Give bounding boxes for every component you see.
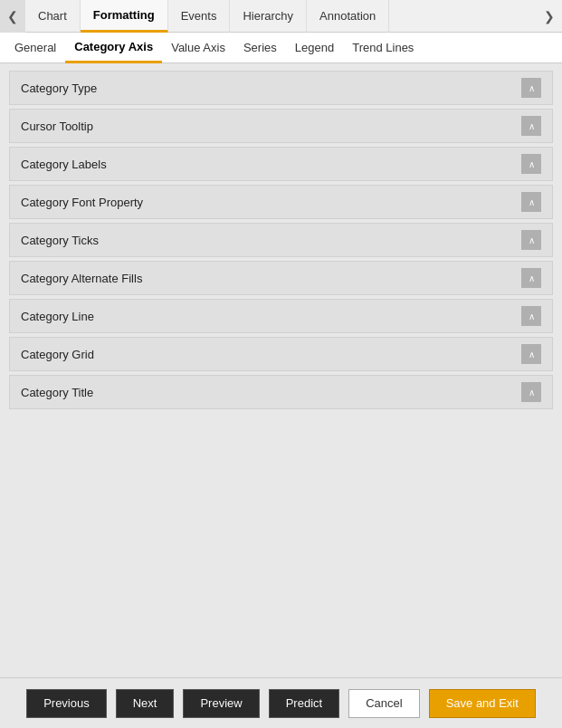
section-toggle-category-type[interactable]: ∧ [521, 78, 541, 98]
section-cursor-tooltip[interactable]: Cursor Tooltip∧ [9, 109, 553, 143]
section-label-category-line: Category Line [21, 310, 94, 323]
preview-button[interactable]: Preview [183, 689, 259, 718]
sub-tabs-container: GeneralCategory AxisValue AxisSeriesLege… [5, 33, 423, 63]
top-tab-chart[interactable]: Chart [25, 0, 81, 33]
section-label-category-font-property: Category Font Property [21, 196, 143, 209]
sub-tab-trend-lines[interactable]: Trend Lines [343, 33, 423, 63]
section-category-font-property[interactable]: Category Font Property∧ [9, 185, 553, 219]
save-and-exit-button[interactable]: Save and Exit [429, 689, 536, 718]
cancel-button[interactable]: Cancel [348, 689, 419, 718]
section-category-title[interactable]: Category Title∧ [9, 375, 553, 409]
sub-tab-category-axis[interactable]: Category Axis [65, 33, 162, 63]
section-toggle-category-font-property[interactable]: ∧ [521, 192, 541, 212]
section-category-grid[interactable]: Category Grid∧ [9, 337, 553, 371]
section-toggle-category-title[interactable]: ∧ [521, 382, 541, 402]
sections-container: Category Type∧Cursor Tooltip∧Category La… [9, 71, 553, 409]
section-label-category-title: Category Title [21, 386, 93, 399]
section-toggle-category-line[interactable]: ∧ [521, 306, 541, 326]
section-label-category-labels: Category Labels [21, 158, 107, 171]
section-label-category-ticks: Category Ticks [21, 234, 99, 247]
section-label-category-type: Category Type [21, 81, 97, 95]
section-category-line[interactable]: Category Line∧ [9, 299, 553, 333]
main-content: Category Type∧Cursor Tooltip∧Category La… [0, 63, 562, 677]
next-button[interactable]: Next [116, 689, 175, 718]
section-category-ticks[interactable]: Category Ticks∧ [9, 223, 553, 257]
top-tab-bar: ❮ ChartFormattingEventsHierarchyAnnotati… [0, 0, 562, 33]
section-toggle-category-grid[interactable]: ∧ [521, 344, 541, 364]
top-tab-prev-arrow[interactable]: ❮ [0, 0, 25, 33]
top-tab-formatting[interactable]: Formatting [81, 0, 168, 33]
sub-tab-bar: GeneralCategory AxisValue AxisSeriesLege… [0, 33, 562, 63]
predict-button[interactable]: Predict [269, 689, 339, 718]
section-label-cursor-tooltip: Cursor Tooltip [21, 120, 93, 133]
bottom-bar: Previous Next Preview Predict Cancel Sav… [0, 677, 562, 728]
section-category-alternate-fills[interactable]: Category Alternate Fills∧ [9, 261, 553, 295]
section-category-labels[interactable]: Category Labels∧ [9, 147, 553, 181]
top-tab-annotation[interactable]: Annotation [307, 0, 389, 33]
section-toggle-category-alternate-fills[interactable]: ∧ [521, 268, 541, 288]
top-tabs-container: ChartFormattingEventsHierarchyAnnotation [25, 0, 537, 33]
top-tab-events[interactable]: Events [168, 0, 231, 33]
sub-tab-general[interactable]: General [5, 33, 65, 63]
section-toggle-category-labels[interactable]: ∧ [521, 154, 541, 174]
section-label-category-alternate-fills: Category Alternate Fills [21, 272, 142, 285]
top-tab-hierarchy[interactable]: Hierarchy [230, 0, 307, 33]
sub-tab-value-axis[interactable]: Value Axis [162, 33, 234, 63]
section-toggle-cursor-tooltip[interactable]: ∧ [521, 116, 541, 136]
sub-tab-legend[interactable]: Legend [286, 33, 343, 63]
section-label-category-grid: Category Grid [21, 348, 94, 361]
top-tab-next-arrow[interactable]: ❯ [537, 0, 562, 33]
sub-tab-series[interactable]: Series [234, 33, 286, 63]
section-toggle-category-ticks[interactable]: ∧ [521, 230, 541, 250]
previous-button[interactable]: Previous [26, 689, 107, 718]
section-category-type[interactable]: Category Type∧ [9, 71, 553, 105]
